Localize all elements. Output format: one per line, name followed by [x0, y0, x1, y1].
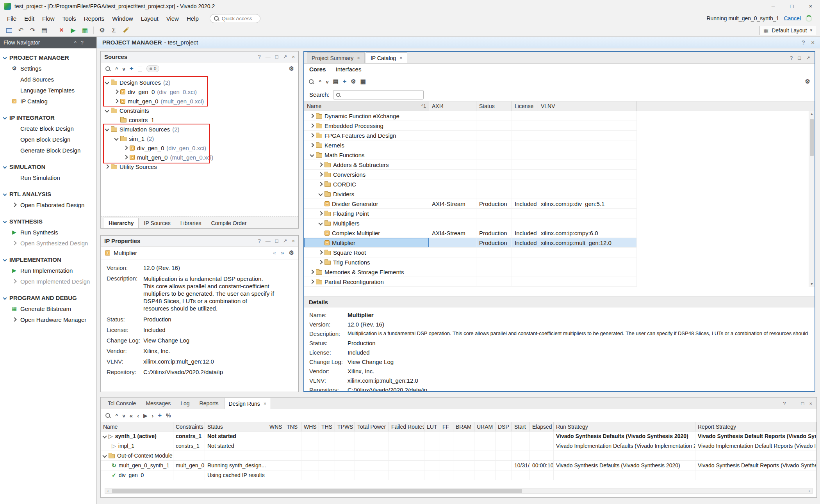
- tab-tcl-console[interactable]: Tcl Console: [103, 398, 140, 409]
- percent-icon[interactable]: %: [166, 412, 171, 419]
- restart-icon[interactable]: «: [130, 412, 133, 419]
- toggle-icon[interactable]: ^: [74, 40, 77, 46]
- chevron-down-icon[interactable]: [102, 434, 107, 438]
- menu-tools[interactable]: Tools: [59, 14, 80, 23]
- close-tab-icon[interactable]: ×: [399, 55, 403, 61]
- chevron-down-icon[interactable]: [105, 127, 109, 131]
- chevron-right-icon[interactable]: [310, 133, 314, 137]
- column-header[interactable]: Failed Routes: [389, 422, 424, 431]
- minimize-panel-icon[interactable]: —: [791, 401, 796, 406]
- catalog-search-input[interactable]: [333, 90, 424, 99]
- flow-nav-section-project-manager[interactable]: PROJECT MANAGER: [0, 52, 96, 63]
- catalog-row-dynamic-function-exchange[interactable]: Dynamic Function eXchange: [304, 111, 637, 121]
- catalog-row-multiplier-selected[interactable]: Multiplier Production Included xilinx.co…: [304, 238, 637, 248]
- column-header[interactable]: LUT: [424, 422, 440, 431]
- catalog-row-adders-subtracters[interactable]: Adders & Subtracters: [304, 160, 637, 170]
- scroll-up-icon[interactable]: ▲: [809, 111, 815, 117]
- tree-item-sim-1[interactable]: sim_1 (2): [101, 134, 298, 143]
- flow-nav-item-run-implementation[interactable]: ▶ Run Implementation: [0, 265, 96, 276]
- column-header[interactable]: BRAM: [453, 422, 474, 431]
- menu-view[interactable]: View: [162, 14, 183, 23]
- scrollbar-thumb[interactable]: [112, 489, 522, 493]
- flow-nav-item-generate-bitstream[interactable]: ▦ Generate Bitstream: [0, 303, 96, 314]
- tree-item-sim-mult-gen-0[interactable]: mult_gen_0 (mult_gen_0.xci): [101, 153, 298, 162]
- chevron-right-icon[interactable]: [318, 250, 323, 254]
- run-row-impl-1[interactable]: ▷impl_1 constrs_1 Not started Vivado Imp…: [101, 441, 816, 451]
- horizontal-scrollbar[interactable]: ‹ ›: [105, 488, 813, 494]
- chevron-right-icon[interactable]: [310, 270, 314, 274]
- tab-ip-catalog[interactable]: IP Catalog ×: [366, 52, 407, 63]
- edit-icon[interactable]: [120, 26, 131, 35]
- chevron-down-icon[interactable]: [318, 221, 323, 225]
- chevron-right-icon[interactable]: [318, 162, 323, 167]
- run-icon[interactable]: ▶: [68, 26, 78, 35]
- forward-arrow-icon[interactable]: »: [281, 249, 284, 256]
- column-header-license[interactable]: License: [512, 101, 538, 111]
- run-row-synth-1[interactable]: ▷synth_1 (active) constrs_1 Not started …: [101, 431, 816, 441]
- scrollbar-thumb[interactable]: [810, 119, 814, 156]
- catalog-row-square-root[interactable]: Square Root: [304, 248, 637, 257]
- tab-hierarchy[interactable]: Hierarchy: [104, 218, 139, 228]
- tree-item-constrs-1[interactable]: constrs_1: [101, 115, 298, 124]
- status-link[interactable]: Production: [143, 316, 171, 323]
- column-header[interactable]: Total Power: [355, 422, 389, 431]
- maximize-button[interactable]: □: [783, 0, 801, 12]
- help-icon[interactable]: ?: [258, 54, 260, 60]
- cancel-run-icon[interactable]: ×: [56, 26, 67, 35]
- float-panel-icon[interactable]: ↗: [806, 55, 810, 61]
- column-header-axi4[interactable]: AXI4: [429, 101, 476, 111]
- column-header[interactable]: Report Strategy: [695, 422, 816, 431]
- change-log-link[interactable]: View Change Log: [348, 358, 394, 365]
- tab-project-summary[interactable]: Project Summary ×: [307, 52, 365, 63]
- column-header[interactable]: Elapsed: [530, 422, 554, 431]
- chevron-right-icon[interactable]: [318, 172, 323, 176]
- collapse-all-icon[interactable]: ^: [115, 413, 118, 419]
- catalog-row-trig-functions[interactable]: Trig Functions: [304, 257, 637, 267]
- vertical-scrollbar[interactable]: ▲ ▼: [809, 111, 815, 287]
- maximize-panel-icon[interactable]: □: [275, 54, 278, 60]
- add-repository-icon[interactable]: +: [343, 78, 346, 85]
- catalog-row-fpga-features-and-design[interactable]: FPGA Features and Design: [304, 131, 637, 140]
- menu-reports[interactable]: Reports: [80, 14, 109, 23]
- menu-help[interactable]: Help: [183, 14, 203, 23]
- tab-design-runs[interactable]: Design Runs ×: [224, 398, 271, 409]
- help-icon[interactable]: ?: [783, 401, 786, 406]
- package-ip-icon[interactable]: ▦: [360, 78, 366, 85]
- chevron-right-icon[interactable]: [310, 279, 314, 284]
- close-tab-icon[interactable]: ×: [357, 55, 360, 61]
- undo-icon[interactable]: ↶: [16, 26, 26, 35]
- run-row-out-of-context[interactable]: Out-of-Context Module Runs: [101, 451, 816, 461]
- create-run-icon[interactable]: +: [158, 412, 162, 419]
- flow-nav-item-open-synthesized-design[interactable]: Open Synthesized Design: [0, 238, 96, 248]
- catalog-row-memories-storage-elements[interactable]: Memories & Storage Elements: [304, 267, 637, 277]
- search-icon[interactable]: [308, 79, 314, 85]
- menu-window[interactable]: Window: [108, 14, 137, 23]
- tree-item-simulation-sources[interactable]: Simulation Sources (2): [101, 124, 298, 134]
- flow-nav-item-open-hardware-manager[interactable]: Open Hardware Manager: [0, 314, 96, 325]
- catalog-row-divider-generator[interactable]: Divider Generator AXI4-Stream Production…: [304, 199, 637, 209]
- minimize-panel-icon[interactable]: —: [88, 40, 93, 46]
- redo-icon[interactable]: ↷: [27, 26, 38, 35]
- flow-nav-section-rtl-analysis[interactable]: RTL ANALYSIS: [0, 189, 96, 199]
- flow-nav-section-ip-integrator[interactable]: IP INTEGRATOR: [0, 112, 96, 123]
- sum-icon[interactable]: Σ: [109, 26, 119, 35]
- scroll-down-icon[interactable]: ▼: [809, 281, 815, 287]
- flow-nav-section-simulation[interactable]: SIMULATION: [0, 161, 96, 172]
- flow-nav-item-settings[interactable]: ⚙ Settings: [0, 63, 96, 74]
- help-icon[interactable]: ?: [790, 55, 793, 61]
- window-icon[interactable]: [4, 26, 14, 35]
- column-header[interactable]: TNS: [284, 422, 301, 431]
- tree-item-utility-sources[interactable]: Utility Sources: [101, 162, 298, 171]
- taxonomy-icon[interactable]: ▤: [333, 78, 339, 85]
- customize-ip-icon[interactable]: ⚙: [351, 78, 356, 85]
- catalog-row-cordic[interactable]: CORDIC: [304, 179, 637, 189]
- chevron-right-icon[interactable]: [123, 155, 128, 159]
- flow-nav-item-add-sources[interactable]: Add Sources: [0, 74, 96, 85]
- float-panel-icon[interactable]: ↗: [283, 238, 287, 244]
- tab-log[interactable]: Log: [176, 398, 194, 409]
- column-header[interactable]: Name: [101, 422, 173, 431]
- step-back-icon[interactable]: ‹: [137, 412, 139, 419]
- messages-badge[interactable]: 0: [146, 65, 160, 72]
- chevron-right-icon[interactable]: [114, 99, 118, 103]
- tree-item-constraints[interactable]: Constraints: [101, 106, 298, 115]
